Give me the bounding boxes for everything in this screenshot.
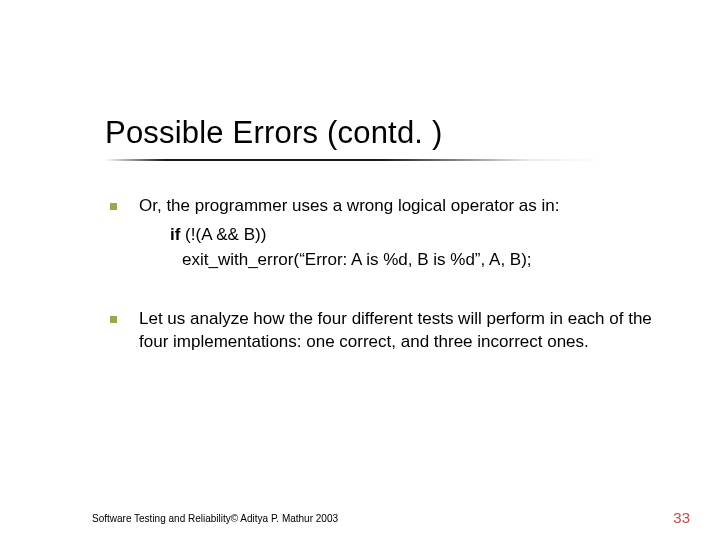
- code-line: if (!(A && B)): [170, 224, 660, 247]
- slide-title: Possible Errors (contd. ): [105, 115, 443, 151]
- code-line: exit_with_error(“Error: A is %d, B is %d…: [182, 249, 660, 272]
- bullet-item: Let us analyze how the four different te…: [110, 308, 660, 354]
- bullet-marker-icon: [110, 203, 117, 210]
- bullet-text: Or, the programmer uses a wrong logical …: [139, 195, 660, 218]
- page-number: 33: [673, 509, 690, 526]
- slide-body: Or, the programmer uses a wrong logical …: [110, 195, 660, 360]
- footer-text: Software Testing and Reliability© Aditya…: [92, 513, 338, 524]
- code-condition: (!(A && B)): [180, 225, 266, 244]
- bullet-text: Let us analyze how the four different te…: [139, 308, 660, 354]
- title-underline: [105, 159, 605, 161]
- bullet-item: Or, the programmer uses a wrong logical …: [110, 195, 660, 218]
- keyword-if: if: [170, 225, 180, 244]
- slide: Possible Errors (contd. ) Or, the progra…: [0, 0, 720, 540]
- bullet-marker-icon: [110, 316, 117, 323]
